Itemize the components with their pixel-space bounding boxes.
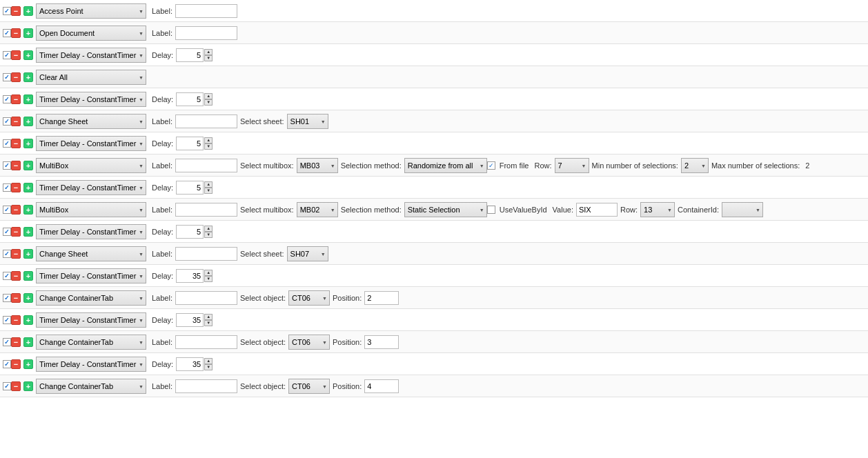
label-input[interactable]: [175, 335, 237, 349]
row-checkbox[interactable]: [3, 360, 11, 368]
action-select[interactable]: Access PointOpen DocumentTimer Delay - C…: [36, 136, 146, 151]
add-row-button[interactable]: +: [23, 249, 33, 259]
delay-input[interactable]: [176, 269, 204, 283]
action-select[interactable]: Access PointOpen DocumentTimer Delay - C…: [36, 202, 146, 217]
row-checkbox[interactable]: [3, 73, 11, 81]
remove-row-button[interactable]: −: [11, 315, 21, 325]
value-input[interactable]: [576, 203, 618, 217]
add-row-button[interactable]: +: [23, 139, 33, 148]
select-object-select[interactable]: CT06: [288, 379, 330, 394]
spin-down-button[interactable]: ▼: [204, 364, 213, 370]
spin-up-button[interactable]: ▲: [204, 181, 213, 188]
action-select[interactable]: Access PointOpen DocumentTimer Delay - C…: [36, 224, 146, 239]
add-row-button[interactable]: +: [23, 50, 33, 60]
from-file-checkbox[interactable]: [487, 161, 495, 170]
remove-row-button[interactable]: −: [11, 381, 21, 391]
remove-row-button[interactable]: −: [11, 205, 21, 215]
action-select[interactable]: Access PointOpen DocumentTimer Delay - C…: [36, 3, 146, 19]
min-selections-select[interactable]: 2: [681, 158, 709, 173]
row-checkbox[interactable]: [3, 117, 11, 126]
position-input[interactable]: [364, 291, 399, 305]
spin-up-button[interactable]: ▲: [204, 137, 213, 143]
remove-row-button[interactable]: −: [11, 50, 21, 60]
action-select[interactable]: Access PointOpen DocumentTimer Delay - C…: [36, 26, 146, 41]
spin-down-button[interactable]: ▼: [204, 55, 213, 61]
row-checkbox[interactable]: [3, 250, 11, 258]
action-select[interactable]: Access PointOpen DocumentTimer Delay - C…: [36, 70, 146, 85]
delay-input[interactable]: [176, 313, 204, 327]
spin-down-button[interactable]: ▼: [204, 276, 213, 282]
row-checkbox[interactable]: [3, 7, 11, 15]
add-row-button[interactable]: +: [23, 161, 33, 170]
remove-row-button[interactable]: −: [11, 94, 21, 104]
multibox-select[interactable]: MB03MB02: [297, 158, 338, 173]
spin-up-button[interactable]: ▲: [204, 314, 213, 320]
row-checkbox[interactable]: [3, 316, 11, 324]
container-id-select[interactable]: [722, 202, 763, 217]
position-input[interactable]: [364, 335, 399, 349]
remove-row-button[interactable]: −: [11, 139, 21, 148]
delay-input[interactable]: [176, 181, 204, 195]
action-select[interactable]: Access PointOpen DocumentTimer Delay - C…: [36, 48, 146, 63]
row-checkbox[interactable]: [3, 382, 11, 390]
remove-row-button[interactable]: −: [11, 183, 21, 192]
add-row-button[interactable]: +: [23, 293, 33, 303]
label-input[interactable]: [175, 4, 237, 18]
use-value-by-id-checkbox[interactable]: [487, 206, 495, 214]
label-input[interactable]: [175, 379, 237, 393]
add-row-button[interactable]: +: [23, 337, 33, 347]
add-row-button[interactable]: +: [23, 227, 33, 237]
row-checkbox[interactable]: [3, 206, 11, 214]
action-select[interactable]: Access PointOpen DocumentTimer Delay - C…: [36, 268, 146, 283]
action-select[interactable]: Access PointOpen DocumentTimer Delay - C…: [36, 379, 146, 394]
row-checkbox[interactable]: [3, 95, 11, 103]
row-checkbox[interactable]: [3, 139, 11, 148]
action-select[interactable]: Access PointOpen DocumentTimer Delay - C…: [36, 92, 146, 107]
row-checkbox[interactable]: [3, 228, 11, 236]
remove-row-button[interactable]: −: [11, 72, 21, 82]
row-checkbox[interactable]: [3, 294, 11, 302]
spin-up-button[interactable]: ▲: [204, 358, 213, 364]
add-row-button[interactable]: +: [23, 381, 33, 391]
add-row-button[interactable]: +: [23, 271, 33, 281]
remove-row-button[interactable]: −: [11, 271, 21, 281]
sheet-select[interactable]: SH01SH07: [287, 114, 328, 129]
label-input[interactable]: [175, 159, 237, 172]
label-input[interactable]: [175, 247, 237, 261]
add-row-button[interactable]: +: [23, 117, 33, 126]
remove-row-button[interactable]: −: [11, 161, 21, 170]
action-select[interactable]: Access PointOpen DocumentTimer Delay - C…: [36, 114, 146, 129]
label-input[interactable]: [175, 203, 237, 217]
delay-input[interactable]: [176, 92, 204, 106]
remove-row-button[interactable]: −: [11, 359, 21, 369]
spin-up-button[interactable]: ▲: [204, 93, 213, 99]
add-row-button[interactable]: +: [23, 359, 33, 369]
delay-input[interactable]: [176, 357, 204, 371]
action-select[interactable]: Access PointOpen DocumentTimer Delay - C…: [36, 335, 146, 350]
add-row-button[interactable]: +: [23, 72, 33, 82]
spin-down-button[interactable]: ▼: [204, 188, 213, 194]
spin-down-button[interactable]: ▼: [204, 232, 213, 238]
spin-down-button[interactable]: ▼: [204, 99, 213, 106]
row-checkbox[interactable]: [3, 51, 11, 59]
spin-up-button[interactable]: ▲: [204, 226, 213, 232]
spin-up-button[interactable]: ▲: [204, 270, 213, 276]
row-checkbox[interactable]: [3, 183, 11, 192]
selection-method-select[interactable]: Randomize from allStatic Selection: [404, 158, 487, 173]
row-select[interactable]: 13: [640, 202, 675, 217]
add-row-button[interactable]: +: [23, 315, 33, 325]
delay-input[interactable]: [176, 137, 204, 150]
add-row-button[interactable]: +: [23, 28, 33, 38]
label-input[interactable]: [175, 291, 237, 305]
remove-row-button[interactable]: −: [11, 117, 21, 126]
row-checkbox[interactable]: [3, 338, 11, 346]
add-row-button[interactable]: +: [23, 94, 33, 104]
action-select[interactable]: Access PointOpen DocumentTimer Delay - C…: [36, 290, 146, 306]
row-checkbox[interactable]: [3, 161, 11, 170]
spin-down-button[interactable]: ▼: [204, 320, 213, 326]
multibox-select[interactable]: MB03MB02: [297, 202, 338, 217]
spin-up-button[interactable]: ▲: [204, 49, 213, 55]
selection-method-select[interactable]: Randomize from allStatic Selection: [404, 202, 487, 217]
label-input[interactable]: [175, 114, 237, 128]
action-select[interactable]: Access PointOpen DocumentTimer Delay - C…: [36, 158, 146, 173]
